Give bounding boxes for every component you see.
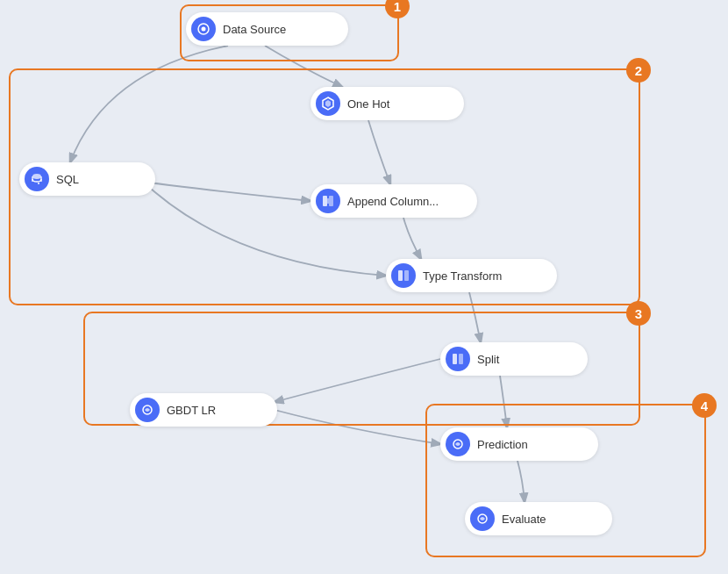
node-split[interactable]: Split <box>440 342 588 376</box>
split-label: Split <box>477 353 499 366</box>
sql-icon <box>25 167 49 191</box>
evaluate-label: Evaluate <box>502 513 546 526</box>
evaluate-icon <box>470 506 495 531</box>
svg-point-5 <box>38 183 39 184</box>
group-badge-1: 1 <box>385 0 410 18</box>
node-sql[interactable]: SQL <box>19 162 155 196</box>
one-hot-label: One Hot <box>347 97 389 111</box>
group-badge-4: 4 <box>692 393 717 418</box>
svg-rect-10 <box>404 270 409 281</box>
prediction-label: Prediction <box>477 438 528 451</box>
node-data-source[interactable]: Data Source <box>186 12 348 46</box>
node-evaluate[interactable]: Evaluate <box>465 502 612 535</box>
svg-rect-11 <box>453 354 457 364</box>
append-column-icon <box>316 189 340 213</box>
svg-rect-7 <box>329 196 333 206</box>
svg-marker-4 <box>325 100 331 107</box>
node-prediction[interactable]: Prediction <box>440 427 598 461</box>
split-icon <box>446 347 470 371</box>
data-source-label: Data Source <box>223 23 286 36</box>
node-append-column[interactable]: Append Column... <box>310 184 477 218</box>
group-badge-2: 2 <box>626 58 651 83</box>
svg-point-2 <box>202 27 206 32</box>
sql-label: SQL <box>56 173 79 186</box>
gbdt-lr-label: GBDT LR <box>167 404 216 417</box>
append-column-label: Append Column... <box>347 195 439 208</box>
node-one-hot[interactable]: One Hot <box>310 87 464 120</box>
group-badge-3: 3 <box>626 301 651 326</box>
node-type-transform[interactable]: Type Transform <box>386 259 557 292</box>
node-gbdt-lr[interactable]: GBDT LR <box>130 393 277 427</box>
svg-rect-6 <box>323 196 327 206</box>
data-source-icon <box>191 17 216 41</box>
canvas: 1 2 3 4 Data Source One Hot <box>0 0 728 574</box>
type-transform-icon <box>391 263 416 288</box>
type-transform-label: Type Transform <box>423 269 502 283</box>
svg-rect-9 <box>398 270 403 281</box>
prediction-icon <box>446 432 470 456</box>
svg-rect-12 <box>459 354 463 364</box>
one-hot-icon <box>316 91 340 116</box>
gbdt-lr-icon <box>135 398 160 422</box>
